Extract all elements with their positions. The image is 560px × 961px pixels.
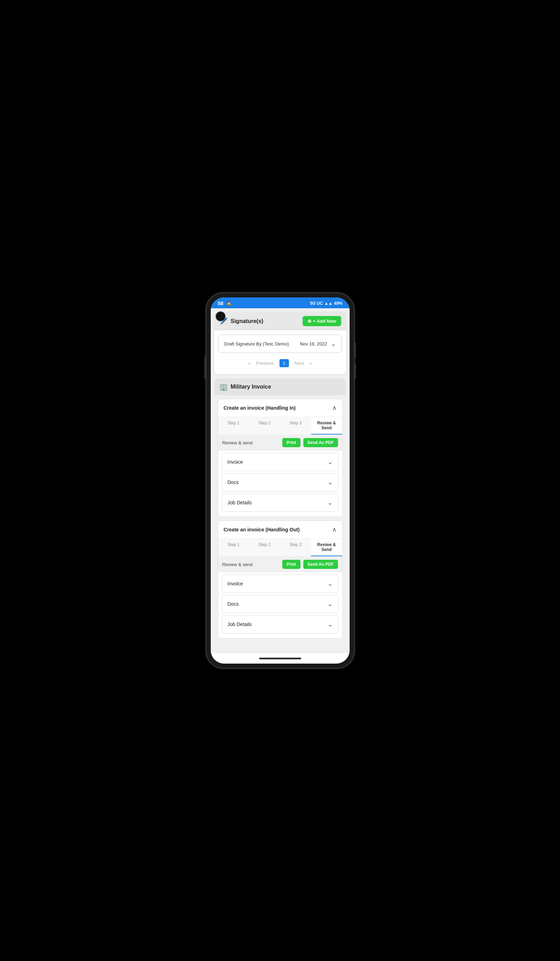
military-invoice-icon: 🏢	[219, 382, 228, 391]
military-invoice-title: Military Invoice	[231, 384, 271, 390]
main-content: 🖊️ Signature(s) ⊕ + Add New Draft Signat…	[211, 308, 350, 653]
network-label: 5G UC	[310, 301, 323, 306]
step-2-tab-2[interactable]: Step 2	[249, 539, 280, 556]
send-pdf-button-1[interactable]: Send As PDF	[303, 438, 338, 447]
phone-frame: 58 🕵️ 5G UC ▲▲ 49% 🖊️ Signature(s) ⊕	[207, 293, 354, 668]
spy-icon: 🕵️	[226, 301, 231, 306]
steps-tabs-2: Step 1 Step 2 Step 3 Review & Send	[218, 539, 342, 556]
add-icon: ⊕	[308, 318, 311, 324]
status-bar: 58 🕵️ 5G UC ▲▲ 49%	[211, 297, 350, 308]
invoice-handling-out-title: Create an invoice (Handling Out)	[224, 527, 300, 532]
signature-info: Draft Signature By (Test, Demo)	[225, 341, 289, 347]
signature-right: Nov 19, 2022 ⌄	[300, 340, 335, 347]
invoice-card-handling-out: Create an invoice (Handling Out) ∧ Step …	[218, 521, 343, 639]
step-1-tab-2[interactable]: Step 1	[218, 539, 249, 556]
review-row-1: Review & send Print Send As PDF	[218, 435, 342, 451]
invoice-row-label-1: Invoice	[228, 459, 243, 465]
collapse-icon-1: ∧	[332, 404, 337, 412]
review-label-2: Review & send	[222, 562, 253, 567]
chevron-down-icon: ⌄	[331, 340, 336, 347]
job-details-row-1[interactable]: Job Details ⌄	[221, 493, 339, 512]
steps-tabs-1: Step 1 Step 2 Step 3 Review & Send	[218, 417, 342, 435]
invoice-chevron-1: ⌄	[327, 458, 333, 466]
add-new-button[interactable]: ⊕ + Add New	[303, 316, 341, 326]
add-new-label: + Add New	[313, 318, 336, 324]
pagination-next-symbol: »	[310, 360, 312, 366]
signature-item[interactable]: Draft Signature By (Test, Demo) Nov 19, …	[218, 334, 342, 353]
next-button[interactable]: Next	[292, 359, 307, 367]
pagination-prev-symbol: «	[248, 360, 250, 366]
job-details-chevron-2: ⌄	[327, 620, 333, 628]
home-indicator[interactable]	[211, 653, 350, 664]
review-row-2: Review & send Print Send As PDF	[218, 556, 342, 572]
invoice-row-label-2: Invoice	[228, 581, 243, 587]
review-actions-2: Print Send As PDF	[282, 560, 338, 569]
power-button[interactable]	[204, 356, 206, 379]
job-details-chevron-1: ⌄	[327, 499, 333, 506]
job-details-row-2[interactable]: Job Details ⌄	[221, 615, 339, 633]
page-1-button[interactable]: 1	[279, 359, 289, 367]
invoice-card-handling-in: Create an invoice (Handling In) ∧ Step 1…	[218, 399, 343, 517]
review-actions-1: Print Send As PDF	[282, 438, 338, 447]
docs-row-label-2: Docs	[228, 601, 239, 607]
docs-row-label-1: Docs	[228, 479, 239, 485]
invoice-handling-out-header[interactable]: Create an invoice (Handling Out) ∧	[218, 521, 342, 539]
docs-row-2[interactable]: Docs ⌄	[221, 595, 339, 613]
step-3-tab-1[interactable]: Step 3	[280, 417, 311, 435]
signature-date: Nov 19, 2022	[300, 341, 327, 347]
signatures-title: Signature(s)	[231, 318, 263, 325]
invoice-handling-in-title: Create an invoice (Handling In)	[224, 405, 295, 411]
docs-row-1[interactable]: Docs ⌄	[221, 473, 339, 492]
signatures-title-row: 🖊️ Signature(s)	[219, 317, 263, 325]
invoice-row-1[interactable]: Invoice ⌄	[221, 453, 339, 471]
job-details-label-2: Job Details	[228, 622, 252, 627]
military-invoice-section: 🏢 Military Invoice Create an invoice (Ha…	[214, 378, 346, 646]
previous-button[interactable]: Previous	[253, 359, 277, 367]
signatures-section: 🖊️ Signature(s) ⊕ + Add New Draft Signat…	[214, 312, 346, 374]
send-pdf-button-2[interactable]: Send As PDF	[303, 560, 338, 569]
docs-chevron-2: ⌄	[327, 600, 333, 608]
home-bar	[259, 657, 301, 659]
step-2-tab-1[interactable]: Step 2	[249, 417, 280, 435]
review-label-1: Review & send	[222, 440, 253, 445]
camera-notch	[216, 312, 225, 321]
signal-icon: ▲▲	[324, 301, 333, 306]
volume-up-button[interactable]	[354, 342, 356, 358]
signatures-body: Draft Signature By (Test, Demo) Nov 19, …	[214, 330, 346, 374]
battery-label: 49%	[334, 301, 342, 306]
status-left: 58 🕵️	[218, 300, 232, 306]
docs-chevron-1: ⌄	[327, 478, 333, 486]
signatures-header: 🖊️ Signature(s) ⊕ + Add New	[214, 312, 346, 330]
collapse-icon-2: ∧	[332, 526, 337, 534]
invoice-row-2[interactable]: Invoice ⌄	[221, 574, 339, 593]
status-time: 58	[218, 300, 224, 306]
review-send-tab-1[interactable]: Review & Send	[311, 417, 342, 435]
signature-label: Draft Signature By (Test, Demo)	[225, 341, 289, 347]
step-1-tab-1[interactable]: Step 1	[218, 417, 249, 435]
invoice-handling-in-header[interactable]: Create an invoice (Handling In) ∧	[218, 399, 342, 417]
job-details-label-1: Job Details	[228, 500, 252, 505]
military-invoice-header: 🏢 Military Invoice	[214, 378, 346, 395]
print-button-2[interactable]: Print	[282, 560, 300, 569]
spacer	[214, 642, 346, 646]
step-3-tab-2[interactable]: Step 3	[280, 539, 311, 556]
review-send-tab-2[interactable]: Review & Send	[311, 539, 342, 556]
volume-down-button[interactable]	[354, 363, 356, 379]
invoice-chevron-2: ⌄	[327, 580, 333, 588]
status-right: 5G UC ▲▲ 49%	[310, 301, 342, 306]
signature-pagination: « Previous 1 Next »	[218, 356, 342, 370]
phone-screen: 58 🕵️ 5G UC ▲▲ 49% 🖊️ Signature(s) ⊕	[211, 297, 350, 664]
print-button-1[interactable]: Print	[282, 438, 300, 447]
